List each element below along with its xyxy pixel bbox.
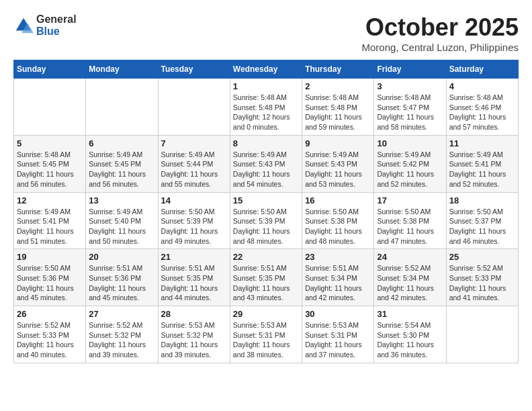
day-number: 6 <box>89 138 154 148</box>
calendar-cell: 30Sunrise: 5:53 AM Sunset: 5:31 PM Dayli… <box>302 306 374 363</box>
day-info: Sunrise: 5:48 AM Sunset: 5:47 PM Dayligh… <box>377 93 443 132</box>
day-info: Sunrise: 5:48 AM Sunset: 5:48 PM Dayligh… <box>233 93 299 132</box>
day-info: Sunrise: 5:51 AM Sunset: 5:35 PM Dayligh… <box>233 263 299 303</box>
calendar-cell: 14Sunrise: 5:50 AM Sunset: 5:39 PM Dayli… <box>158 192 230 249</box>
calendar-cell: 15Sunrise: 5:50 AM Sunset: 5:39 PM Dayli… <box>230 192 302 249</box>
day-info: Sunrise: 5:50 AM Sunset: 5:36 PM Dayligh… <box>17 263 83 303</box>
calendar-table: SundayMondayTuesdayWednesdayThursdayFrid… <box>13 60 519 363</box>
day-info: Sunrise: 5:49 AM Sunset: 5:41 PM Dayligh… <box>17 207 83 246</box>
calendar-cell: 22Sunrise: 5:51 AM Sunset: 5:35 PM Dayli… <box>230 249 302 306</box>
day-info: Sunrise: 5:51 AM Sunset: 5:34 PM Dayligh… <box>305 263 371 303</box>
day-number: 8 <box>233 138 299 148</box>
day-number: 19 <box>17 252 83 262</box>
day-info: Sunrise: 5:48 AM Sunset: 5:46 PM Dayligh… <box>449 93 515 132</box>
calendar-cell: 21Sunrise: 5:51 AM Sunset: 5:35 PM Dayli… <box>158 249 230 306</box>
day-number: 20 <box>89 252 154 262</box>
day-number: 17 <box>377 195 443 205</box>
calendar-cell: 29Sunrise: 5:53 AM Sunset: 5:31 PM Dayli… <box>230 306 302 363</box>
calendar-week-row: 12Sunrise: 5:49 AM Sunset: 5:41 PM Dayli… <box>14 192 519 249</box>
calendar-cell: 26Sunrise: 5:52 AM Sunset: 5:33 PM Dayli… <box>14 306 86 363</box>
day-info: Sunrise: 5:48 AM Sunset: 5:45 PM Dayligh… <box>17 150 83 189</box>
calendar-cell: 9Sunrise: 5:49 AM Sunset: 5:43 PM Daylig… <box>302 135 374 192</box>
calendar-header-wednesday: Wednesday <box>230 60 302 79</box>
day-info: Sunrise: 5:52 AM Sunset: 5:34 PM Dayligh… <box>377 263 443 303</box>
day-info: Sunrise: 5:49 AM Sunset: 5:43 PM Dayligh… <box>233 150 299 189</box>
calendar-cell: 25Sunrise: 5:52 AM Sunset: 5:33 PM Dayli… <box>446 249 518 306</box>
day-number: 5 <box>17 138 83 148</box>
calendar-header-saturday: Saturday <box>446 60 518 79</box>
calendar-cell: 17Sunrise: 5:50 AM Sunset: 5:38 PM Dayli… <box>374 192 446 249</box>
calendar-cell: 16Sunrise: 5:50 AM Sunset: 5:38 PM Dayli… <box>302 192 374 249</box>
day-number: 29 <box>233 309 299 319</box>
page-header: General Blue October 2025 Morong, Centra… <box>13 13 519 53</box>
day-number: 11 <box>449 138 515 148</box>
calendar-cell <box>14 79 86 136</box>
day-info: Sunrise: 5:49 AM Sunset: 5:42 PM Dayligh… <box>377 150 443 189</box>
logo: General Blue <box>13 13 77 37</box>
day-number: 13 <box>89 195 154 205</box>
calendar-cell: 2Sunrise: 5:48 AM Sunset: 5:48 PM Daylig… <box>302 79 374 136</box>
calendar-cell: 10Sunrise: 5:49 AM Sunset: 5:42 PM Dayli… <box>374 135 446 192</box>
day-info: Sunrise: 5:51 AM Sunset: 5:35 PM Dayligh… <box>161 263 227 303</box>
day-info: Sunrise: 5:53 AM Sunset: 5:31 PM Dayligh… <box>305 320 371 360</box>
calendar-cell: 4Sunrise: 5:48 AM Sunset: 5:46 PM Daylig… <box>446 79 518 136</box>
logo-icon <box>13 15 34 36</box>
day-info: Sunrise: 5:52 AM Sunset: 5:33 PM Dayligh… <box>449 263 515 303</box>
calendar-header-friday: Friday <box>374 60 446 79</box>
calendar-header-row: SundayMondayTuesdayWednesdayThursdayFrid… <box>14 60 519 79</box>
day-number: 14 <box>161 195 227 205</box>
day-info: Sunrise: 5:49 AM Sunset: 5:41 PM Dayligh… <box>449 150 515 189</box>
day-number: 23 <box>305 252 371 262</box>
day-info: Sunrise: 5:54 AM Sunset: 5:30 PM Dayligh… <box>377 320 443 360</box>
calendar-cell: 12Sunrise: 5:49 AM Sunset: 5:41 PM Dayli… <box>14 192 86 249</box>
day-number: 3 <box>377 81 443 91</box>
day-number: 7 <box>161 138 227 148</box>
calendar-week-row: 26Sunrise: 5:52 AM Sunset: 5:33 PM Dayli… <box>14 306 519 363</box>
day-info: Sunrise: 5:49 AM Sunset: 5:44 PM Dayligh… <box>161 150 227 189</box>
day-info: Sunrise: 5:50 AM Sunset: 5:39 PM Dayligh… <box>161 207 227 246</box>
calendar-cell: 20Sunrise: 5:51 AM Sunset: 5:36 PM Dayli… <box>86 249 158 306</box>
calendar-cell: 23Sunrise: 5:51 AM Sunset: 5:34 PM Dayli… <box>302 249 374 306</box>
day-number: 15 <box>233 195 299 205</box>
day-info: Sunrise: 5:52 AM Sunset: 5:32 PM Dayligh… <box>89 320 154 360</box>
calendar-cell: 11Sunrise: 5:49 AM Sunset: 5:41 PM Dayli… <box>446 135 518 192</box>
day-info: Sunrise: 5:50 AM Sunset: 5:37 PM Dayligh… <box>449 207 515 246</box>
day-number: 9 <box>305 138 371 148</box>
logo-general: General <box>36 13 77 26</box>
calendar-week-row: 1Sunrise: 5:48 AM Sunset: 5:48 PM Daylig… <box>14 79 519 136</box>
day-number: 22 <box>233 252 299 262</box>
day-info: Sunrise: 5:53 AM Sunset: 5:31 PM Dayligh… <box>233 320 299 360</box>
day-number: 25 <box>449 252 515 262</box>
day-info: Sunrise: 5:52 AM Sunset: 5:33 PM Dayligh… <box>17 320 83 360</box>
calendar-cell: 7Sunrise: 5:49 AM Sunset: 5:44 PM Daylig… <box>158 135 230 192</box>
title-area: October 2025 Morong, Central Luzon, Phil… <box>362 13 519 53</box>
calendar-cell: 27Sunrise: 5:52 AM Sunset: 5:32 PM Dayli… <box>86 306 158 363</box>
calendar-cell: 28Sunrise: 5:53 AM Sunset: 5:32 PM Dayli… <box>158 306 230 363</box>
day-number: 10 <box>377 138 443 148</box>
day-info: Sunrise: 5:48 AM Sunset: 5:48 PM Dayligh… <box>305 93 371 132</box>
day-info: Sunrise: 5:49 AM Sunset: 5:45 PM Dayligh… <box>89 150 154 189</box>
logo-text: General Blue <box>36 13 77 37</box>
day-info: Sunrise: 5:53 AM Sunset: 5:32 PM Dayligh… <box>161 320 227 360</box>
calendar-cell <box>158 79 230 136</box>
calendar-header-monday: Monday <box>86 60 158 79</box>
calendar-cell: 24Sunrise: 5:52 AM Sunset: 5:34 PM Dayli… <box>374 249 446 306</box>
day-info: Sunrise: 5:50 AM Sunset: 5:38 PM Dayligh… <box>377 207 443 246</box>
day-number: 21 <box>161 252 227 262</box>
calendar-week-row: 5Sunrise: 5:48 AM Sunset: 5:45 PM Daylig… <box>14 135 519 192</box>
calendar-header-sunday: Sunday <box>14 60 86 79</box>
day-info: Sunrise: 5:51 AM Sunset: 5:36 PM Dayligh… <box>89 263 154 303</box>
calendar-cell: 8Sunrise: 5:49 AM Sunset: 5:43 PM Daylig… <box>230 135 302 192</box>
calendar-cell: 13Sunrise: 5:49 AM Sunset: 5:40 PM Dayli… <box>86 192 158 249</box>
day-number: 4 <box>449 81 515 91</box>
day-number: 24 <box>377 252 443 262</box>
calendar-header-tuesday: Tuesday <box>158 60 230 79</box>
calendar-cell: 5Sunrise: 5:48 AM Sunset: 5:45 PM Daylig… <box>14 135 86 192</box>
day-number: 12 <box>17 195 83 205</box>
calendar-cell: 3Sunrise: 5:48 AM Sunset: 5:47 PM Daylig… <box>374 79 446 136</box>
day-number: 27 <box>89 309 154 319</box>
calendar-cell <box>446 306 518 363</box>
day-info: Sunrise: 5:50 AM Sunset: 5:38 PM Dayligh… <box>305 207 371 246</box>
day-number: 31 <box>377 309 443 319</box>
day-number: 16 <box>305 195 371 205</box>
